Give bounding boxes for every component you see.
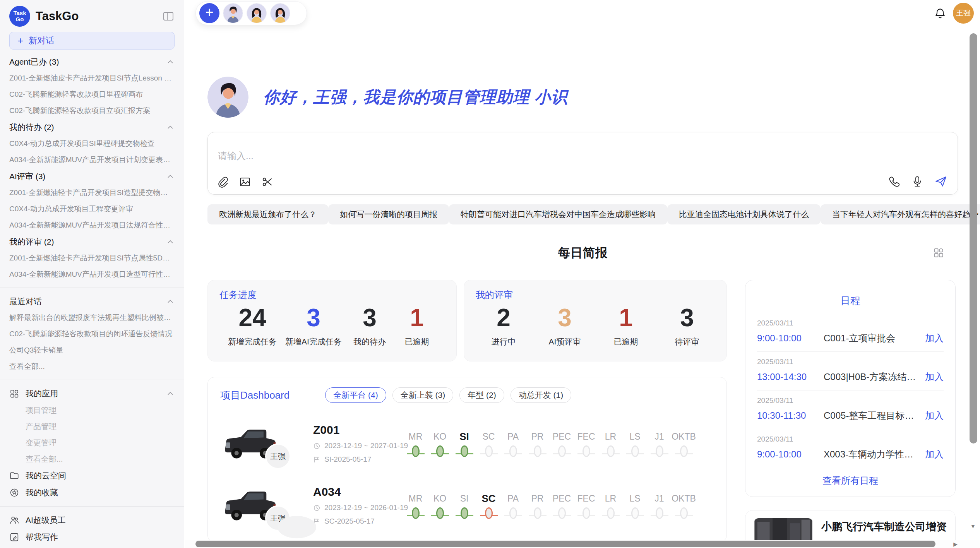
stat-label: 新增AI完成任务 <box>285 336 342 347</box>
milestone-label: PR <box>525 430 550 444</box>
section-my-todo[interactable]: 我的待办 (2) <box>9 119 175 135</box>
scroll-right-arrow[interactable]: ▶ <box>953 541 958 547</box>
sidebar-item-label: 我的收藏 <box>26 487 58 498</box>
join-link[interactable]: 加入 <box>925 448 944 461</box>
sidebar-item-my-apps[interactable]: 我的应用 <box>9 385 175 402</box>
layout-grid-icon[interactable] <box>933 247 944 259</box>
sidebar-item-project-mgmt[interactable]: 项目管理 <box>9 402 175 418</box>
image-upload-icon[interactable] <box>239 176 251 188</box>
schedule-time: 13:00-14:30 <box>757 372 818 382</box>
sidebar-item-label: 帮我写作 <box>26 532 58 543</box>
sidebar-item-favorites[interactable]: 我的收藏 <box>9 484 175 501</box>
milestone-dot <box>509 507 517 519</box>
list-item[interactable]: A034-全新新能源MUV产品开发项目计划变更表编写 <box>9 152 175 168</box>
milestone-label: FEC <box>574 492 598 506</box>
list-item[interactable]: 解释最新出台的欧盟报废车法规再生塑料比例被调至15%... <box>9 310 175 326</box>
list-item[interactable]: C02-飞腾新能源轻客改款项目里程碑画布 <box>9 86 175 103</box>
add-assistant-button[interactable]: + <box>199 3 219 23</box>
milestone-label: PR <box>525 492 550 506</box>
milestone-dot <box>534 507 541 519</box>
suggestion-chips: 欧洲新规最近颁布了什么？ 如何写一份清晰的项目周报 特朗普可能对进口汽车增税会对… <box>207 204 958 224</box>
sidebar-item-product-mgmt[interactable]: 产品管理 <box>9 418 175 435</box>
sidebar-item-cloud-space[interactable]: 我的云空间 <box>9 467 175 484</box>
join-link[interactable]: 加入 <box>925 409 944 422</box>
owner-name: 王强 <box>270 451 286 462</box>
list-item[interactable]: C02-飞腾新能源轻客改款项目的闭环通告反馈情况 <box>9 326 175 342</box>
scroll-down-arrow[interactable]: ▼ <box>970 523 976 529</box>
list-item[interactable]: A034-全新新能源MUV产品开发项目造型可行性评审 <box>9 266 175 283</box>
view-all-apps[interactable]: 查看全部... <box>9 451 175 467</box>
project-row[interactable]: 王强 Z001 2023-12-19 ~ 2027-01-19 SI-2025-… <box>208 414 726 473</box>
view-all-schedules-link[interactable]: 查看所有日程 <box>757 474 944 487</box>
suggestion-chip[interactable]: 如何写一份清晰的项目周报 <box>328 204 449 224</box>
list-item[interactable]: Z001-全新燃油轻卡产品开发项目SI节点属性5D文件评审 <box>9 250 175 266</box>
stat-label: 已逾期 <box>397 336 436 347</box>
screenshot-icon[interactable] <box>261 176 274 188</box>
milestone-label: SC <box>476 430 501 444</box>
milestone-label: SI <box>452 430 476 444</box>
suggestion-chip[interactable]: 当下年轻人对汽车外观有怎样的喜好趋势 <box>821 204 980 224</box>
chevron-up-icon <box>166 238 175 246</box>
notification-bell-icon[interactable] <box>934 7 947 20</box>
section-recent-chats[interactable]: 最近对话 <box>9 293 175 310</box>
section-agent-done[interactable]: Agent已办 (3) <box>9 53 175 70</box>
section-ai-review[interactable]: AI评审 (3) <box>9 168 175 185</box>
send-icon[interactable] <box>934 175 947 188</box>
list-item[interactable]: Z001-全新燃油皮卡产品开发项目SI节点Lesson Learn报告 <box>9 70 175 86</box>
list-item[interactable]: C0X4-动力总成开发项目工程变更评审 <box>9 201 175 217</box>
schedule-time: 9:00-10:00 <box>757 449 818 460</box>
stat-value: 1 <box>607 305 645 331</box>
sidebar-collapse-icon[interactable] <box>162 10 175 22</box>
milestone-dot <box>583 445 590 457</box>
milestone-label: LS <box>623 430 647 444</box>
section-title: AI评审 (3) <box>9 171 45 182</box>
stat-label: AI预评审 <box>545 336 584 347</box>
attachment-icon[interactable] <box>216 176 229 188</box>
user-name: 王强 <box>956 8 971 18</box>
milestone-label: KO <box>428 492 452 506</box>
sidebar-item-label: AI超级员工 <box>26 515 66 526</box>
join-link[interactable]: 加入 <box>925 371 944 383</box>
suggestion-chip[interactable]: 欧洲新规最近颁布了什么？ <box>207 204 328 224</box>
filter-tab[interactable]: 年型 (2) <box>459 387 504 403</box>
voice-call-icon[interactable] <box>888 175 900 188</box>
new-chat-button[interactable]: + 新对话 <box>9 32 175 50</box>
section-my-review[interactable]: 我的评审 (2) <box>9 233 175 250</box>
app-title: TaskGo <box>36 9 162 23</box>
list-item[interactable]: 公司Q3轻卡销量 <box>9 342 175 358</box>
milestone-dot <box>412 507 420 519</box>
stat-label: 进行中 <box>484 336 523 347</box>
milestone-dot <box>461 445 468 457</box>
milestone-dot <box>631 507 639 519</box>
suggestion-chip[interactable]: 特朗普可能对进口汽车增税会对中国车企造成哪些影响 <box>449 204 667 224</box>
filter-tab[interactable]: 动总开发 (1) <box>511 387 572 403</box>
milestone-dot <box>607 445 615 457</box>
list-item[interactable]: Z001-全新燃油轻卡产品开发项目SI造型提交物评审 <box>9 185 175 201</box>
horizontal-scrollbar-thumb[interactable] <box>195 541 935 547</box>
sidebar-item-change-mgmt[interactable]: 变更管理 <box>9 435 175 451</box>
filter-tab[interactable]: 全新平台 (4) <box>325 387 386 403</box>
sidebar-item-ai-super-staff[interactable]: AI超级员工 <box>9 512 175 529</box>
sidebar-item-creative-drawing[interactable]: 创意制图 <box>9 546 175 548</box>
assistant-avatar-3[interactable] <box>270 3 290 23</box>
list-item[interactable]: A034-全新新能源MUV产品开发项目法规符合性评审 <box>9 217 175 233</box>
milestone-label: MR <box>403 430 428 444</box>
microphone-icon[interactable] <box>911 175 923 188</box>
milestone-dot <box>436 445 444 457</box>
vertical-scrollbar-thumb[interactable] <box>970 33 977 444</box>
section-title: 我的待办 (2) <box>9 122 54 133</box>
assistant-avatar-1[interactable] <box>223 3 243 23</box>
sidebar-item-help-me-write[interactable]: 帮我写作 <box>9 529 175 546</box>
chat-input[interactable] <box>217 150 682 162</box>
assistant-avatar-2[interactable] <box>247 3 267 23</box>
suggestion-chip[interactable]: 比亚迪全固态电池计划具体说了什么 <box>667 204 821 224</box>
filter-tab[interactable]: 全新上装 (3) <box>392 387 454 403</box>
user-avatar[interactable]: 王强 <box>953 3 974 24</box>
milestone-label: LR <box>598 430 623 444</box>
view-all-chats[interactable]: 查看全部... <box>9 358 175 375</box>
join-link[interactable]: 加入 <box>925 332 944 344</box>
stat-label: 已逾期 <box>607 336 645 347</box>
schedule-item: 2025/03/11 9:00-10:00 C001-立项审批会 加入 <box>757 313 944 352</box>
list-item[interactable]: C02-飞腾新能源轻客改款项目立项汇报方案 <box>9 103 175 119</box>
list-item[interactable]: C0X4-动力总成开发项目SI里程碑提交物检查 <box>9 135 175 152</box>
